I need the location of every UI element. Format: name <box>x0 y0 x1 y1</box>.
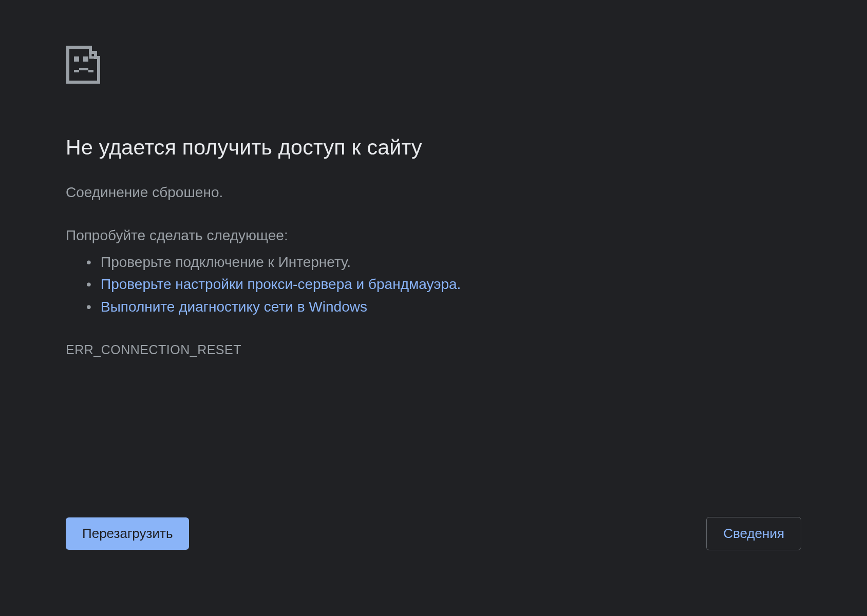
svg-rect-1 <box>83 56 88 62</box>
suggestions-heading: Попробуйте сделать следующее: <box>66 227 801 244</box>
svg-rect-0 <box>74 56 79 62</box>
error-code: ERR_CONNECTION_RESET <box>66 342 801 357</box>
suggestion-item-network-diagnostics[interactable]: Выполните диагностику сети в Windows <box>101 296 801 318</box>
svg-rect-4 <box>88 70 93 72</box>
error-subtext: Соединение сброшено. <box>66 184 801 201</box>
sad-file-icon <box>66 45 801 86</box>
button-row: Перезагрузить Сведения <box>66 517 801 550</box>
svg-rect-2 <box>74 70 79 72</box>
svg-rect-3 <box>79 68 88 70</box>
suggestion-item-proxy-firewall[interactable]: Проверьте настройки прокси-сервера и бра… <box>101 273 801 295</box>
suggestion-item-check-connection: Проверьте подключение к Интернету. <box>101 251 801 273</box>
details-button[interactable]: Сведения <box>706 517 801 550</box>
error-heading: Не удается получить доступ к сайту <box>66 136 801 160</box>
reload-button[interactable]: Перезагрузить <box>66 517 189 550</box>
suggestions-list: Проверьте подключение к Интернету. Прове… <box>66 251 801 318</box>
